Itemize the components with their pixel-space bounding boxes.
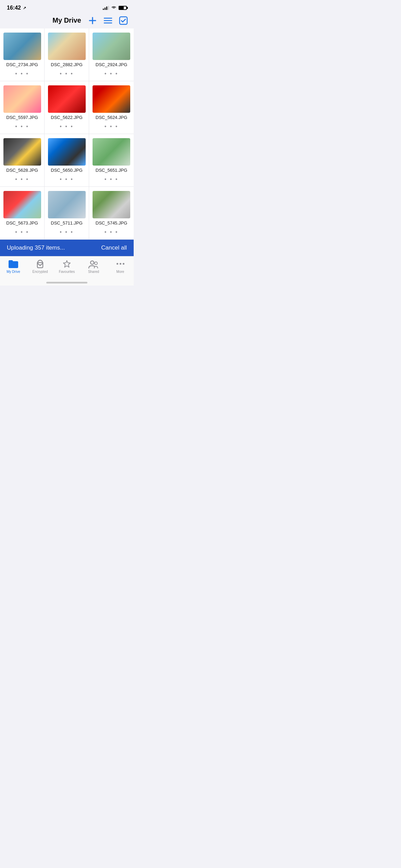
file-name: DSC_5628.JPG [6,168,38,173]
add-button[interactable] [88,16,97,25]
file-name: DSC_5651.JPG [96,168,127,173]
file-more-button[interactable]: • • • [15,175,29,184]
upload-status-text: Uploading 357 items... [7,244,65,251]
header: My Drive [0,14,134,28]
file-thumbnail [93,191,130,218]
file-more-button[interactable]: • • • [60,69,74,78]
file-thumbnail [3,33,41,60]
file-name: DSC_5624.JPG [96,115,127,121]
file-thumbnail [93,138,130,166]
file-cell[interactable]: DSC_5650.JPG• • • [45,134,89,187]
file-more-button[interactable]: • • • [105,228,119,237]
tab-shared-label: Shared [88,270,99,274]
file-cell[interactable]: DSC_5597.JPG• • • [0,81,45,134]
battery-icon [119,6,127,10]
file-cell[interactable]: DSC_5673.JPG• • • [0,187,45,240]
file-name: DSC_5673.JPG [6,220,38,226]
file-cell[interactable]: DSC_5628.JPG• • • [0,134,45,187]
file-thumbnail [3,138,41,166]
tab-shared[interactable]: Shared [80,259,107,274]
upload-banner: Uploading 357 items... Cancel all [0,240,134,256]
signal-icon [103,6,109,10]
select-button[interactable] [119,16,128,25]
wifi-icon [111,5,117,11]
file-cell[interactable]: DSC_5651.JPG• • • [89,134,134,187]
home-indicator [0,280,134,286]
tab-favourites-label: Favourites [59,270,75,274]
file-more-button[interactable]: • • • [105,175,119,184]
file-name: DSC_5597.JPG [6,115,38,121]
file-name: DSC_5622.JPG [51,115,83,121]
cancel-all-button[interactable]: Cancel all [101,244,127,251]
tab-my-drive[interactable]: My Drive [0,259,27,274]
file-name: DSC_5711.JPG [51,220,83,226]
status-time: 16:42 ↗ [7,5,26,11]
file-cell[interactable]: DSC_5624.JPG• • • [89,81,134,134]
svg-point-7 [39,265,41,266]
list-view-button[interactable] [104,17,112,24]
file-more-button[interactable]: • • • [60,122,74,131]
file-grid-container: DSC_2734.JPG• • •DSC_2882.JPG• • •DSC_29… [0,28,134,240]
file-more-button[interactable]: • • • [60,175,74,184]
tab-more[interactable]: More [107,259,134,274]
status-bar: 16:42 ↗ [0,0,134,14]
file-cell[interactable]: DSC_2924.JPG• • • [89,28,134,81]
tab-encrypted-label: Encrypted [32,270,48,274]
file-more-button[interactable]: • • • [105,122,119,131]
file-more-button[interactable]: • • • [15,69,29,78]
file-name: DSC_2882.JPG [51,62,83,68]
file-more-button[interactable]: • • • [15,122,29,131]
header-actions [88,16,128,25]
file-cell[interactable]: DSC_5745.JPG• • • [89,187,134,240]
file-name: DSC_5745.JPG [96,220,127,226]
file-cell[interactable]: DSC_2734.JPG• • • [0,28,45,81]
file-name: DSC_2734.JPG [6,62,38,68]
tab-more-label: More [117,270,124,274]
file-grid: DSC_2734.JPG• • •DSC_2882.JPG• • •DSC_29… [0,28,134,240]
status-icons [103,5,127,11]
file-thumbnail [48,191,86,218]
file-thumbnail [48,138,86,166]
svg-point-9 [95,262,97,265]
page-title: My Drive [52,16,81,24]
tab-favourites[interactable]: Favourites [53,259,80,274]
file-more-button[interactable]: • • • [15,228,29,237]
tab-encrypted[interactable]: Encrypted [27,259,53,274]
file-thumbnail [93,33,130,60]
tab-bar: My Drive Encrypted Favourites Shared [0,256,134,280]
file-name: DSC_2924.JPG [96,62,127,68]
file-name: DSC_5650.JPG [51,168,83,173]
file-thumbnail [48,85,86,113]
svg-point-8 [90,261,94,264]
file-thumbnail [3,85,41,113]
svg-rect-5 [120,17,127,24]
file-more-button[interactable]: • • • [105,69,119,78]
file-thumbnail [93,85,130,113]
tab-my-drive-label: My Drive [7,270,20,274]
file-more-button[interactable]: • • • [60,228,74,237]
file-thumbnail [3,191,41,218]
file-cell[interactable]: DSC_5622.JPG• • • [45,81,89,134]
file-thumbnail [48,33,86,60]
file-cell[interactable]: DSC_5711.JPG• • • [45,187,89,240]
file-cell[interactable]: DSC_2882.JPG• • • [45,28,89,81]
